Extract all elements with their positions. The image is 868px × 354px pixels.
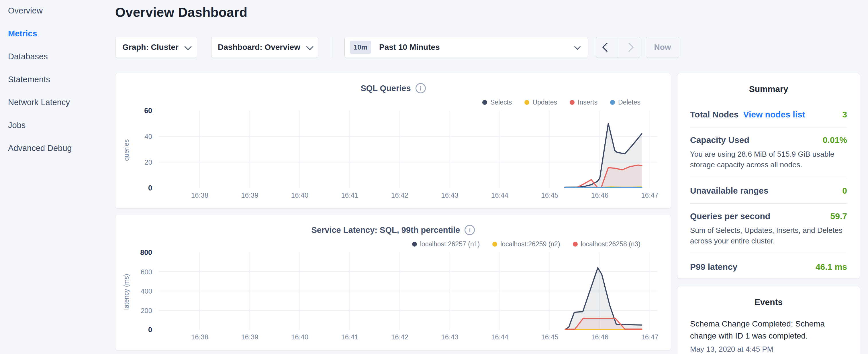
chart-title-row: Service Latency: SQL, 99th percentile i xyxy=(116,225,671,235)
svg-text:16:46: 16:46 xyxy=(591,333,608,341)
svg-text:16:45: 16:45 xyxy=(541,191,558,199)
legend-item-localhost-26257-n1: localhost:26257 (n1) xyxy=(412,240,480,248)
time-window-forward-button[interactable] xyxy=(618,37,640,58)
svg-text:16:42: 16:42 xyxy=(391,333,408,341)
event-text: Schema Change Completed: Schema change w… xyxy=(690,318,847,342)
legend-label: Deletes xyxy=(618,99,641,106)
svg-text:16:39: 16:39 xyxy=(241,191,258,199)
svg-text:800: 800 xyxy=(140,249,152,256)
events-list: Schema Change Completed: Schema change w… xyxy=(690,318,847,354)
summary-rows: Total NodesView nodes list3Capacity Used… xyxy=(690,102,847,280)
svg-text:16:44: 16:44 xyxy=(491,191,508,199)
svg-text:queries: queries xyxy=(123,139,130,161)
summary-label: Queries per second xyxy=(690,212,770,221)
svg-text:16:44: 16:44 xyxy=(491,333,508,341)
svg-text:400: 400 xyxy=(141,287,152,295)
svg-text:60: 60 xyxy=(144,107,152,115)
svg-text:40: 40 xyxy=(145,133,152,140)
chart-svg: 16:3816:3916:4016:4116:4216:4316:4416:45… xyxy=(116,249,671,348)
now-button[interactable]: Now xyxy=(646,37,679,58)
summary-panel: Summary Total NodesView nodes list3Capac… xyxy=(677,73,860,279)
info-icon[interactable]: i xyxy=(415,83,426,93)
legend-label: Inserts xyxy=(578,99,597,106)
service-latency-chart-card: Service Latency: SQL, 99th percentile i … xyxy=(115,215,671,350)
svg-text:16:40: 16:40 xyxy=(291,191,308,199)
event-timestamp: May 13, 2020 at 4:45 PM xyxy=(690,345,847,354)
chart-title: Service Latency: SQL, 99th percentile xyxy=(311,225,460,235)
summary-row-queries-per-second: Queries per second59.7Sum of Selects, Up… xyxy=(690,204,847,254)
summary-description: Sum of Selects, Updates, Inserts, and De… xyxy=(690,225,847,246)
summary-description: You are using 28.6 MiB of 515.9 GiB usab… xyxy=(690,149,847,170)
svg-text:latency (ms): latency (ms) xyxy=(123,274,130,310)
graph-dropdown[interactable]: Graph: Cluster xyxy=(115,37,197,58)
sql-queries-chart-card: SQL Queries i SelectsUpdatesInsertsDelet… xyxy=(115,73,671,208)
summary-row-capacity-used: Capacity Used0.01%You are using 28.6 MiB… xyxy=(690,127,847,178)
summary-label: P99 latency xyxy=(690,262,737,272)
summary-value: 0.01% xyxy=(823,135,847,145)
legend-item-deletes: Deletes xyxy=(610,99,641,106)
legend-item-inserts: Inserts xyxy=(570,99,597,106)
sidebar-item-advanced-debug[interactable]: Advanced Debug xyxy=(8,143,105,153)
legend-dot xyxy=(524,100,529,105)
legend-label: localhost:26257 (n1) xyxy=(420,240,480,248)
events-title: Events xyxy=(690,286,847,307)
summary-label: Capacity Used xyxy=(690,135,749,145)
graph-dropdown-label: Graph: Cluster xyxy=(122,43,179,52)
chart-legend: SelectsUpdatesInsertsDeletes xyxy=(482,99,641,106)
legend-item-updates: Updates xyxy=(524,99,557,106)
info-icon[interactable]: i xyxy=(465,225,475,235)
legend-dot xyxy=(573,242,578,247)
svg-text:16:47: 16:47 xyxy=(641,333,658,341)
svg-text:16:38: 16:38 xyxy=(191,191,208,199)
legend-label: localhost:26258 (n3) xyxy=(581,240,641,248)
svg-text:16:43: 16:43 xyxy=(441,333,458,341)
time-range-dropdown[interactable]: 10m Past 10 Minutes xyxy=(344,37,588,58)
summary-value: 3 xyxy=(842,110,847,120)
legend-dot xyxy=(492,242,497,247)
legend-dot xyxy=(482,100,487,105)
legend-label: Updates xyxy=(532,99,557,106)
sql-queries-plot: 16:3816:3916:4016:4116:4216:4316:4416:45… xyxy=(116,107,671,206)
dashboard-dropdown-label: Dashboard: Overview xyxy=(218,43,300,52)
summary-value: 46.1 ms xyxy=(815,262,847,272)
summary-title: Summary xyxy=(690,73,847,94)
page-title: Overview Dashboard xyxy=(115,5,247,20)
legend-dot xyxy=(570,100,575,105)
summary-row-p99-latency: P99 latency46.1 ms xyxy=(690,254,847,280)
svg-text:16:40: 16:40 xyxy=(291,333,308,341)
sidebar-item-jobs[interactable]: Jobs xyxy=(8,120,105,130)
sidebar-item-overview[interactable]: Overview xyxy=(8,6,105,15)
event-item[interactable]: Schema Change Completed: Schema change w… xyxy=(690,318,847,354)
svg-text:0: 0 xyxy=(148,184,152,192)
summary-value: 59.7 xyxy=(831,212,847,221)
svg-text:16:38: 16:38 xyxy=(191,333,208,341)
summary-label: Unavailable ranges xyxy=(690,186,768,196)
toolbar: Graph: Cluster Dashboard: Overview 10m P… xyxy=(115,37,679,58)
chevron-right-icon xyxy=(624,42,634,52)
time-window-nav xyxy=(596,37,640,58)
sidebar-item-statements[interactable]: Statements xyxy=(8,74,105,84)
time-window-back-button[interactable] xyxy=(596,37,618,58)
svg-text:600: 600 xyxy=(141,268,152,276)
legend-label: localhost:26259 (n2) xyxy=(500,240,560,248)
summary-row-total-nodes: Total NodesView nodes list3 xyxy=(690,102,847,127)
legend-label: Selects xyxy=(490,99,512,106)
view-nodes-list-link[interactable]: View nodes list xyxy=(743,110,805,120)
time-range-badge: 10m xyxy=(350,41,371,54)
events-panel: Events Schema Change Completed: Schema c… xyxy=(677,286,860,354)
chart-title-row: SQL Queries i xyxy=(116,83,671,93)
svg-text:16:41: 16:41 xyxy=(341,191,358,199)
toolbar-divider xyxy=(332,37,333,58)
legend-dot xyxy=(610,100,615,105)
svg-text:20: 20 xyxy=(145,158,152,166)
sidebar: OverviewMetricsDatabasesStatementsNetwor… xyxy=(8,6,105,166)
sidebar-item-network-latency[interactable]: Network Latency xyxy=(8,97,105,107)
sidebar-item-databases[interactable]: Databases xyxy=(8,52,105,61)
time-range-label: Past 10 Minutes xyxy=(379,43,440,52)
service-latency-plot: 16:3816:3916:4016:4116:4216:4316:4416:45… xyxy=(116,249,671,348)
svg-text:16:46: 16:46 xyxy=(591,191,608,199)
legend-item-localhost-26258-n3: localhost:26258 (n3) xyxy=(573,240,641,248)
dashboard-dropdown[interactable]: Dashboard: Overview xyxy=(211,37,318,58)
svg-text:16:45: 16:45 xyxy=(541,333,558,341)
sidebar-item-metrics[interactable]: Metrics xyxy=(8,29,105,38)
